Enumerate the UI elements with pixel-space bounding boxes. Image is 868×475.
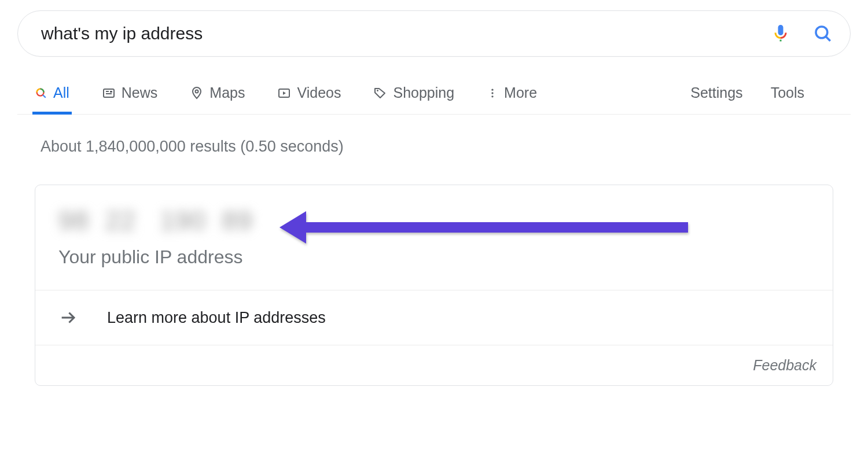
ip-label: Your public IP address <box>58 246 810 268</box>
svg-point-8 <box>196 90 198 93</box>
more-vertical-icon <box>487 86 498 100</box>
tab-more[interactable]: More <box>487 84 537 114</box>
search-input[interactable] <box>41 24 770 43</box>
news-icon <box>102 86 116 100</box>
svg-line-1 <box>826 36 830 40</box>
search-icon[interactable] <box>813 24 833 43</box>
search-small-icon <box>35 87 47 100</box>
tools-link[interactable]: Tools <box>771 84 804 114</box>
tab-label: Maps <box>209 84 245 101</box>
tab-videos[interactable]: Videos <box>277 84 341 114</box>
svg-line-3 <box>43 95 46 98</box>
tab-label: All <box>53 84 69 101</box>
feedback-link[interactable]: Feedback <box>753 357 816 374</box>
page-container: All News <box>0 0 868 386</box>
ip-card-top: 98 22 190 89 Your public IP address <box>35 185 833 290</box>
map-pin-icon <box>190 86 204 100</box>
microphone-icon[interactable] <box>770 23 791 44</box>
video-icon <box>277 86 291 100</box>
tab-label: More <box>504 84 537 101</box>
tab-label: News <box>122 84 158 101</box>
tabs-left: All News <box>35 84 537 114</box>
tab-shopping[interactable]: Shopping <box>373 84 454 114</box>
tab-label: Shopping <box>393 84 454 101</box>
result-stats: About 1,840,000,000 results (0.50 second… <box>17 138 851 156</box>
arrow-left-icon <box>279 211 306 244</box>
svg-point-11 <box>491 89 493 90</box>
arrow-shaft <box>306 222 688 233</box>
tabs-row: All News <box>17 84 851 115</box>
svg-point-13 <box>491 95 493 97</box>
search-bar-icons <box>770 23 833 44</box>
tab-all[interactable]: All <box>35 84 69 114</box>
arrow-right-icon <box>58 308 78 327</box>
svg-point-0 <box>816 27 827 38</box>
tabs-right: Settings Tools <box>690 84 851 114</box>
svg-rect-7 <box>110 91 112 93</box>
tag-icon <box>373 86 387 100</box>
learn-more-label: Learn more about IP addresses <box>107 309 326 327</box>
tab-maps[interactable]: Maps <box>190 84 245 114</box>
annotation-arrow <box>279 211 688 244</box>
search-bar <box>17 10 851 57</box>
ip-answer-card: 98 22 190 89 Your public IP address Lear… <box>35 185 833 386</box>
tab-label: Videos <box>297 84 341 101</box>
svg-point-10 <box>377 90 378 91</box>
tab-news[interactable]: News <box>102 84 158 114</box>
learn-more-link[interactable]: Learn more about IP addresses <box>35 290 833 345</box>
ip-card-footer: Feedback <box>35 345 833 385</box>
svg-point-12 <box>491 92 493 94</box>
settings-link[interactable]: Settings <box>690 84 742 114</box>
